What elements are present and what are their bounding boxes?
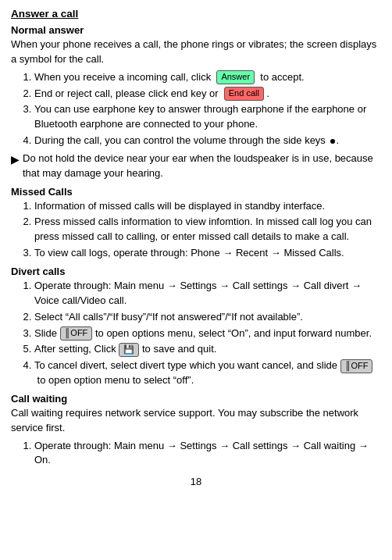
section-title: Answer a call [11, 8, 381, 20]
page-number: 18 [11, 476, 381, 487]
list-item: To cancel divert, select divert type whi… [34, 358, 381, 388]
list-item: During the call, you can control the vol… [34, 134, 381, 148]
page-container: Answer a call Normal answer When your ph… [11, 8, 381, 487]
call-waiting-list: Operate through: Main menu → Settings → … [34, 439, 381, 469]
normal-answer-list: When you receive a incoming call, click … [34, 70, 381, 148]
answer-button: Answer [216, 70, 255, 84]
divert-calls-list: Operate through: Main menu → Settings → … [34, 279, 381, 388]
call-waiting-intro: Call waiting requires network service su… [11, 406, 381, 436]
normal-answer-intro: When your phone receives a call, the pho… [11, 37, 381, 67]
normal-answer-section: Normal answer When your phone receives a… [11, 24, 381, 181]
list-item: To view call logs, operate through: Phon… [34, 246, 381, 261]
list-item: Select “All calls”/“If busy”/“If not ans… [34, 310, 381, 325]
normal-answer-heading: Normal answer [11, 24, 381, 36]
off-toggle-1: ║OFF [60, 326, 93, 341]
note-line: ▶ Do not hold the device near your ear w… [11, 152, 381, 181]
list-item: Operate through: Main menu → Settings → … [34, 439, 381, 469]
off-toggle-2: ║OFF [340, 359, 373, 373]
list-item: Press missed calls information to view i… [34, 215, 381, 244]
bullet-icon [330, 139, 335, 144]
missed-calls-heading: Missed Calls [11, 186, 381, 198]
list-item: When you receive a incoming call, click … [34, 70, 381, 85]
list-item: After setting, Click 💾 to save and quit. [34, 342, 381, 357]
missed-calls-section: Missed Calls Information of missed calls… [11, 186, 381, 261]
list-item: Information of missed calls will be disp… [34, 199, 381, 214]
save-icon: 💾 [119, 343, 139, 357]
list-item: End or reject call, please click end key… [34, 87, 381, 102]
end-call-button: End call [224, 87, 264, 101]
missed-calls-list: Information of missed calls will be disp… [34, 199, 381, 261]
note-text: Do not hold the device near your ear whe… [23, 152, 381, 181]
list-item: Operate through: Main menu → Settings → … [34, 279, 381, 309]
call-waiting-heading: Call waiting [11, 393, 381, 405]
list-item: Slide ║OFF to open options menu, select … [34, 326, 381, 341]
divert-calls-section: Divert calls Operate through: Main menu … [11, 266, 381, 388]
note-icon: ▶ [11, 152, 20, 167]
list-item: You can use earphone key to answer throu… [34, 102, 381, 132]
call-waiting-section: Call waiting Call waiting requires netwo… [11, 393, 381, 468]
divert-calls-heading: Divert calls [11, 266, 381, 277]
